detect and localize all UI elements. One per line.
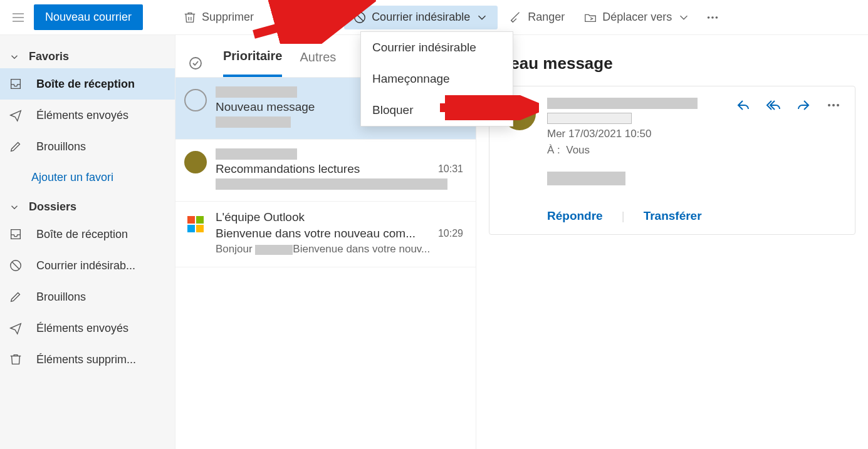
- redacted-sender: [216, 86, 297, 98]
- redacted-preview: [216, 116, 291, 128]
- message-row[interactable]: Recommandations lectures 10:31: [175, 140, 476, 202]
- sidebar-item-drafts[interactable]: Brouillons: [0, 131, 175, 162]
- forward-icon[interactable]: [796, 98, 811, 116]
- junk-label: Courrier indésirable: [372, 11, 470, 24]
- more-button[interactable]: [702, 6, 723, 29]
- sidebar-item-inbox[interactable]: Boîte de réception: [0, 68, 175, 100]
- send-icon: [9, 108, 23, 122]
- more-icon: [706, 11, 719, 24]
- sidebar-item-label: Éléments envoyés: [36, 322, 128, 335]
- svg-point-12: [190, 58, 201, 69]
- inbox-icon: [9, 77, 23, 91]
- message-row[interactable]: L'équipe Outlook Bienvenue dans votre no…: [175, 202, 476, 267]
- message-sender: L'équipe Outlook: [216, 210, 305, 224]
- sidebar-item-drafts[interactable]: Brouillons: [0, 281, 175, 312]
- edit-icon: [9, 290, 23, 304]
- svg-point-14: [832, 104, 835, 106]
- folders-section[interactable]: Dossiers: [0, 193, 175, 219]
- chevron-down-icon: [475, 11, 489, 24]
- dropdown-item-block[interactable]: Bloquer: [361, 95, 513, 126]
- svg-point-7: [708, 16, 710, 19]
- archive-icon: [273, 11, 286, 24]
- redacted-text: [255, 245, 293, 255]
- reply-icon[interactable]: [736, 98, 751, 116]
- dropdown-item-junk[interactable]: Courrier indésirable: [361, 32, 513, 63]
- sidebar-item-label: Brouillons: [36, 140, 86, 153]
- message-date: Mer 17/03/2021 10:50: [547, 128, 841, 140]
- svg-point-8: [711, 16, 714, 19]
- reply-link[interactable]: Répondre: [547, 209, 603, 223]
- svg-line-6: [357, 14, 363, 21]
- message-preview: Bonjour Bienvenue dans votre nouv...: [216, 243, 463, 255]
- sidebar-item-sent[interactable]: Éléments envoyés: [0, 312, 175, 344]
- sweep-button[interactable]: Ranger: [501, 6, 572, 29]
- block-icon: [353, 11, 367, 24]
- delete-label: Supprimer: [202, 11, 254, 24]
- archive-label: Archiver: [291, 11, 333, 24]
- message-to: À : Vous: [547, 144, 841, 157]
- sidebar-item-deleted[interactable]: Éléments supprim...: [0, 344, 175, 375]
- send-icon: [9, 321, 23, 335]
- sidebar-item-label: Boîte de réception: [36, 78, 135, 91]
- menu-icon[interactable]: [6, 6, 30, 29]
- message-actions: Répondre | Transférer: [547, 209, 841, 223]
- sidebar-item-sent[interactable]: Éléments envoyés: [0, 100, 175, 131]
- inbox-icon: [9, 227, 23, 241]
- avatar: [184, 151, 207, 173]
- message-subject: Bienvenue dans votre nouveau com...: [216, 227, 416, 240]
- redacted-preview: [216, 178, 447, 190]
- divider: |: [622, 209, 625, 223]
- folder-move-icon: [583, 11, 597, 24]
- forward-link[interactable]: Transférer: [644, 209, 702, 223]
- favorites-section[interactable]: Favoris: [0, 43, 175, 68]
- reading-pane: uveau message Mer 17/03/2021 10:50 À : V…: [476, 35, 868, 449]
- message-time: 10:29: [438, 228, 463, 239]
- move-button[interactable]: Déplacer vers: [576, 6, 698, 29]
- sidebar-item-label: Courrier indésirab...: [36, 259, 135, 272]
- message-time: 10:31: [438, 163, 463, 175]
- message-card: Mer 17/03/2021 10:50 À : Vous Répondre |…: [489, 86, 855, 235]
- chevron-down-icon: [9, 51, 20, 63]
- microsoft-logo-icon: [187, 216, 204, 232]
- chevron-down-icon: [9, 202, 20, 213]
- sidebar-item-label: Éléments supprim...: [36, 353, 136, 366]
- sidebar-item-label: Brouillons: [36, 291, 86, 304]
- avatar: [184, 213, 207, 235]
- block-icon: [9, 259, 23, 272]
- svg-line-11: [13, 262, 19, 269]
- junk-button[interactable]: Courrier indésirable: [344, 6, 498, 29]
- trash-icon: [9, 353, 23, 366]
- message-top-actions: [736, 98, 841, 116]
- delete-button[interactable]: Supprimer: [175, 6, 261, 29]
- select-circle-icon[interactable]: [184, 89, 207, 111]
- svg-point-9: [716, 16, 718, 19]
- redacted-email: [547, 113, 632, 124]
- sidebar-item-label: Boîte de réception: [36, 228, 128, 241]
- sidebar-item-inbox[interactable]: Boîte de réception: [0, 219, 175, 250]
- folders-label: Dossiers: [29, 200, 76, 214]
- favorites-label: Favoris: [29, 50, 69, 63]
- redacted-sender: [547, 98, 698, 109]
- trash-icon: [183, 11, 197, 24]
- edit-icon: [9, 140, 23, 153]
- new-mail-button[interactable]: Nouveau courrier: [34, 4, 143, 30]
- junk-dropdown: Courrier indésirable Hameçonnage Bloquer: [360, 31, 513, 126]
- add-favorite[interactable]: Ajouter un favori: [0, 162, 175, 193]
- svg-point-13: [828, 104, 830, 106]
- tab-focused[interactable]: Prioritaire: [223, 49, 282, 77]
- redacted-body: [547, 172, 625, 185]
- sidebar: Favoris Boîte de réception Éléments envo…: [0, 35, 175, 449]
- dropdown-item-phishing[interactable]: Hameçonnage: [361, 63, 513, 95]
- more-icon[interactable]: [826, 98, 841, 116]
- toolbar: Nouveau courrier Supprimer Archiver Cour…: [0, 0, 868, 35]
- broom-icon: [509, 11, 523, 24]
- sidebar-item-label: Éléments envoyés: [36, 109, 128, 122]
- sidebar-item-junk[interactable]: Courrier indésirab...: [0, 250, 175, 281]
- tab-other[interactable]: Autres: [300, 50, 336, 76]
- svg-point-15: [837, 104, 839, 106]
- archive-button[interactable]: Archiver: [265, 6, 340, 29]
- reply-all-icon[interactable]: [766, 98, 781, 116]
- reading-subject: uveau message: [489, 48, 855, 86]
- sweep-label: Ranger: [528, 11, 565, 24]
- select-all[interactable]: [188, 54, 206, 72]
